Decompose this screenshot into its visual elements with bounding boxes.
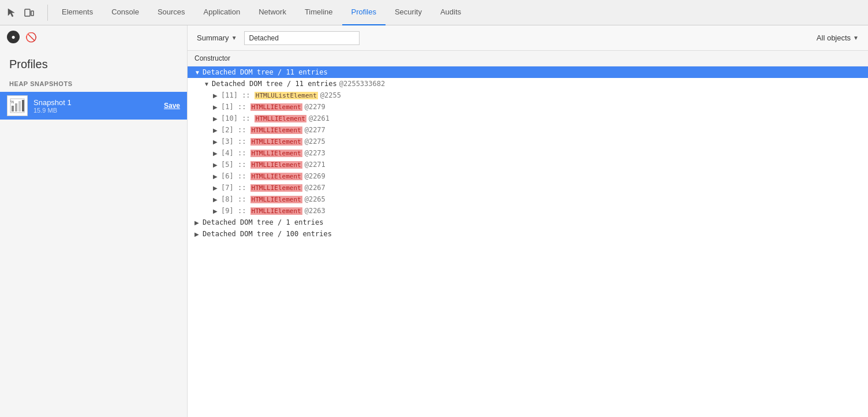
tree-row[interactable]: ▶ [3] :: HTMLLIElement @2275 <box>188 136 868 147</box>
row-index: [6] <box>221 172 234 180</box>
row-sep: :: <box>234 126 250 134</box>
row-index: [7] <box>221 184 234 192</box>
objects-dropdown[interactable]: All objects ▼ <box>812 31 863 44</box>
tree-row[interactable]: ▶ [1] :: HTMLLIElement @2279 <box>188 101 868 113</box>
row-sep: :: <box>234 184 250 192</box>
nav-tabs: Elements Console Sources Application Net… <box>53 0 863 25</box>
expand-icon[interactable]: ▶ <box>213 116 221 122</box>
expand-icon[interactable]: ▼ <box>194 69 203 76</box>
tree-row[interactable]: ▶ [7] :: HTMLLIElement @2267 <box>188 182 868 193</box>
row-addr: @2263 <box>305 207 326 215</box>
row-addr: @2261 <box>309 114 330 122</box>
expand-icon[interactable]: ▼ <box>204 81 212 87</box>
toolbar-icons <box>5 6 36 20</box>
snapshot-info: Snapshot 1 15.9 MB <box>33 98 158 114</box>
expand-icon[interactable]: ▶ <box>213 150 221 157</box>
svg-rect-4 <box>15 103 17 111</box>
row-tag: HTMLLIElement <box>250 196 302 203</box>
summary-dropdown[interactable]: Summary ▼ <box>192 31 242 44</box>
row-addr: @2275 <box>305 137 326 146</box>
row-text: Detached DOM tree / 100 entries <box>203 230 332 238</box>
expand-icon[interactable]: ▶ <box>213 139 221 145</box>
row-addr: @2265 <box>305 195 326 203</box>
snapshot-name: Snapshot 1 <box>33 98 158 107</box>
sidebar: ● 🚫 Profiles HEAP SNAPSHOTS % Snapshot 1… <box>0 25 188 417</box>
row-addr: @2271 <box>305 161 326 169</box>
tab-elements[interactable]: Elements <box>53 0 102 25</box>
tree-row[interactable]: ▼ Detached DOM tree / 11 entries <box>188 66 868 78</box>
row-sep: :: <box>234 161 250 169</box>
expand-icon[interactable]: ▶ <box>194 219 203 226</box>
svg-rect-3 <box>12 106 14 111</box>
snapshot-item[interactable]: % Snapshot 1 15.9 MB Save <box>0 92 187 120</box>
tab-timeline[interactable]: Timeline <box>295 0 342 25</box>
tree-row[interactable]: ▶ [6] :: HTMLLIElement @2269 <box>188 170 868 182</box>
row-text: Detached DOM tree / 11 entries <box>203 68 328 76</box>
row-sep: :: <box>234 149 250 157</box>
tab-audits[interactable]: Audits <box>431 0 470 25</box>
tree-row[interactable]: ▶ [11] :: HTMLUListElement @2255 <box>188 90 868 101</box>
tree-row[interactable]: ▼ Detached DOM tree / 11 entries @225533… <box>188 78 868 90</box>
tab-sources[interactable]: Sources <box>148 0 194 25</box>
row-index: [2] <box>221 126 234 134</box>
row-text: Detached DOM tree / 1 entries <box>203 218 324 226</box>
svg-rect-1 <box>31 11 33 16</box>
tree-content: ▼ Detached DOM tree / 11 entries ▼ Detac… <box>188 66 868 417</box>
row-index: [5] <box>221 161 234 169</box>
filter-input[interactable] <box>244 31 360 45</box>
tab-security[interactable]: Security <box>386 0 431 25</box>
cursor-icon[interactable] <box>5 6 18 20</box>
tree-row[interactable]: ▶ [5] :: HTMLLIElement @2271 <box>188 159 868 170</box>
row-index: [4] <box>221 149 234 157</box>
constructor-header: Constructor <box>188 51 868 66</box>
row-tag: HTMLLIElement <box>250 207 302 215</box>
row-addr: @2267 <box>305 184 326 192</box>
tree-row[interactable]: ▶ [10] :: HTMLLIElement @2261 <box>188 113 868 124</box>
row-tag: HTMLLIElement <box>250 173 302 180</box>
objects-arrow-icon: ▼ <box>853 35 859 41</box>
clear-button[interactable]: 🚫 <box>24 30 38 44</box>
tab-application[interactable]: Application <box>194 0 250 25</box>
expand-icon[interactable]: ▶ <box>213 173 221 180</box>
row-index: [11] <box>221 91 238 99</box>
row-addr: @2255 <box>320 91 341 99</box>
expand-icon[interactable]: ▶ <box>213 162 221 168</box>
svg-rect-0 <box>25 9 30 16</box>
row-tag: HTMLLIElement <box>250 184 302 192</box>
tree-row[interactable]: ▶ [9] :: HTMLLIElement @2263 <box>188 205 868 217</box>
expand-icon[interactable]: ▶ <box>213 127 221 133</box>
tree-row[interactable]: ▶ [4] :: HTMLLIElement @2273 <box>188 147 868 159</box>
tree-row[interactable]: ▶ [8] :: HTMLLIElement @2265 <box>188 193 868 205</box>
row-index: [9] <box>221 207 234 215</box>
expand-icon[interactable]: ▶ <box>213 104 221 110</box>
row-sep: :: <box>234 207 250 215</box>
svg-rect-5 <box>18 101 21 111</box>
row-sep: :: <box>234 195 250 203</box>
tab-console[interactable]: Console <box>102 0 148 25</box>
expand-icon[interactable]: ▶ <box>213 92 221 99</box>
summary-arrow-icon: ▼ <box>231 35 237 41</box>
device-mode-icon[interactable] <box>22 6 36 20</box>
svg-text:%: % <box>10 100 14 104</box>
record-button[interactable]: ● <box>7 31 20 43</box>
tree-row[interactable]: ▶ Detached DOM tree / 100 entries <box>188 228 868 240</box>
row-sep: :: <box>238 91 255 99</box>
row-text: Detached DOM tree / 11 entries <box>212 80 337 88</box>
heap-snapshots-header: HEAP SNAPSHOTS <box>0 76 187 92</box>
row-tag: HTMLUListElement <box>255 92 318 99</box>
row-index: [8] <box>221 195 234 203</box>
row-tag: HTMLLIElement <box>250 126 302 134</box>
tab-network[interactable]: Network <box>249 0 295 25</box>
expand-icon[interactable]: ▶ <box>213 196 221 203</box>
snapshot-icon: % <box>7 95 28 116</box>
expand-icon[interactable]: ▶ <box>194 231 203 237</box>
tree-row[interactable]: ▶ Detached DOM tree / 1 entries <box>188 217 868 228</box>
row-tag: HTMLLIElement <box>250 138 302 146</box>
tab-profiles[interactable]: Profiles <box>342 0 386 25</box>
sidebar-title: Profiles <box>0 49 187 76</box>
tree-row[interactable]: ▶ [2] :: HTMLLIElement @2277 <box>188 124 868 136</box>
expand-icon[interactable]: ▶ <box>213 208 221 214</box>
expand-icon[interactable]: ▶ <box>213 185 221 191</box>
save-button[interactable]: Save <box>164 102 180 110</box>
content-area: Summary ▼ All objects ▼ Constructor ▼ De… <box>188 25 868 417</box>
